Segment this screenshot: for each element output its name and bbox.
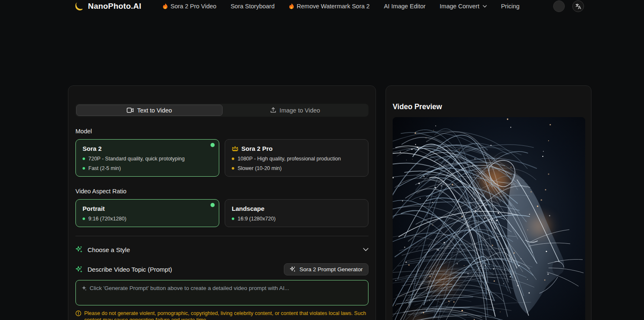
translate-icon	[575, 3, 581, 10]
content-policy-warning: Please do not generate violent, pornogra…	[75, 310, 367, 320]
bullet-dot	[232, 167, 234, 170]
choose-style-toggle[interactable]: Choose a Style	[75, 246, 368, 253]
header-actions	[553, 0, 584, 12]
model-name: Sora 2	[83, 145, 102, 152]
brand-logo[interactable]: NanoPhoto.AI	[74, 1, 141, 11]
upload-icon	[270, 107, 276, 113]
prompt-placeholder: Click 'Generate Prompt' button above to …	[81, 285, 363, 291]
nav-label: Sora Storyboard	[231, 3, 275, 10]
nav-label: Remove Watermark Sora 2	[297, 3, 370, 10]
model-feature: Fast (2-5 min)	[83, 165, 212, 171]
sparkles-icon	[75, 266, 83, 273]
prompt-generator-button[interactable]: Sora 2 Prompt Generator	[284, 263, 368, 275]
button-label: Sora 2 Prompt Generator	[299, 266, 363, 272]
banana-icon	[74, 1, 84, 11]
bullet-dot	[83, 158, 85, 160]
nav-item-remove-watermark[interactable]: Remove Watermark Sora 2	[289, 3, 370, 10]
tab-label: Image to Video	[280, 107, 320, 114]
chevron-down-icon	[483, 5, 487, 8]
aspect-ratio-section-label: Video Aspect Ratio	[75, 188, 368, 195]
selected-indicator-dot	[210, 203, 215, 207]
model-option-sora2-pro[interactable]: Sora 2 Pro 1080P - High quality, profess…	[225, 139, 368, 177]
bullet-dot	[83, 167, 85, 170]
prompt-section-label: Describe Video Topic (Prompt)	[88, 266, 172, 273]
nav-item-pricing[interactable]: Pricing	[501, 3, 519, 10]
video-generator-panel: Text to Video Image to Video Model Sora …	[68, 85, 376, 320]
nav-label: Image Convert	[440, 3, 479, 10]
nav-item-ai-image-editor[interactable]: AI Image Editor	[384, 3, 426, 10]
model-section-label: Model	[75, 128, 368, 135]
video-preview-panel: Video Preview	[386, 85, 591, 320]
top-navigation: NanoPhoto.AI Sora 2 Pro Video Sora Story…	[0, 0, 644, 12]
nav-item-image-convert[interactable]: Image Convert	[440, 3, 487, 10]
brand-name: NanoPhoto.AI	[88, 2, 141, 11]
chevron-down-icon	[363, 248, 368, 251]
sparkles-icon	[75, 246, 83, 253]
tab-image-to-video[interactable]: Image to Video	[223, 105, 368, 116]
nav-label: Sora 2 Pro Video	[170, 3, 216, 10]
model-option-sora2[interactable]: Sora 2 720P - Standard quality, quick pr…	[75, 139, 219, 177]
fire-icon	[163, 3, 168, 10]
crown-icon	[232, 146, 238, 151]
ratio-option-portrait[interactable]: Portrait 9:16 (720x1280)	[75, 199, 219, 227]
nav-label: AI Image Editor	[384, 3, 426, 10]
ratio-name: Portrait	[83, 205, 105, 212]
video-camera-icon	[127, 108, 134, 113]
model-feature: 1080P - High quality, professional produ…	[232, 156, 361, 162]
nav-item-sora-storyboard[interactable]: Sora Storyboard	[231, 3, 275, 10]
model-name: Sora 2 Pro	[241, 145, 273, 152]
choose-style-label: Choose a Style	[88, 246, 130, 253]
nav-item-sora2-pro-video[interactable]: Sora 2 Pro Video	[163, 3, 216, 10]
model-feature: 720P - Standard quality, quick prototypi…	[83, 156, 212, 162]
tab-text-to-video[interactable]: Text to Video	[76, 105, 223, 116]
mode-tabs: Text to Video Image to Video	[75, 104, 368, 117]
preview-image	[393, 117, 585, 320]
bullet-dot	[232, 158, 234, 160]
tab-label: Text to Video	[137, 107, 172, 114]
ratio-option-landscape[interactable]: Landscape 16:9 (1280x720)	[225, 199, 368, 227]
fire-icon	[289, 3, 294, 10]
ratio-feature: 9:16 (720x1280)	[83, 216, 212, 222]
selected-indicator-dot	[210, 143, 215, 147]
language-switch-button[interactable]	[572, 0, 584, 12]
model-options: Sora 2 720P - Standard quality, quick pr…	[75, 139, 368, 177]
section-divider	[75, 236, 368, 236]
prompt-textarea[interactable]: Click 'Generate Prompt' button above to …	[75, 280, 368, 305]
ratio-feature: 16:9 (1280x720)	[232, 216, 361, 222]
sparkles-icon	[290, 266, 296, 272]
preview-title: Video Preview	[393, 102, 584, 111]
alert-circle-icon	[75, 310, 81, 316]
nav-menu: Sora 2 Pro Video Sora Storyboard Remove …	[163, 3, 519, 10]
prompt-section-header: Describe Video Topic (Prompt) Sora 2 Pro…	[75, 263, 368, 275]
bullet-dot	[83, 218, 85, 220]
model-feature: Slower (10-20 min)	[232, 165, 361, 171]
nav-label: Pricing	[501, 3, 519, 10]
ratio-name: Landscape	[232, 205, 264, 212]
bullet-dot	[232, 218, 234, 220]
user-avatar[interactable]	[553, 0, 565, 12]
aspect-ratio-options: Portrait 9:16 (720x1280) Landscape 16:9 …	[75, 199, 368, 227]
sparkle-icon	[81, 285, 87, 291]
